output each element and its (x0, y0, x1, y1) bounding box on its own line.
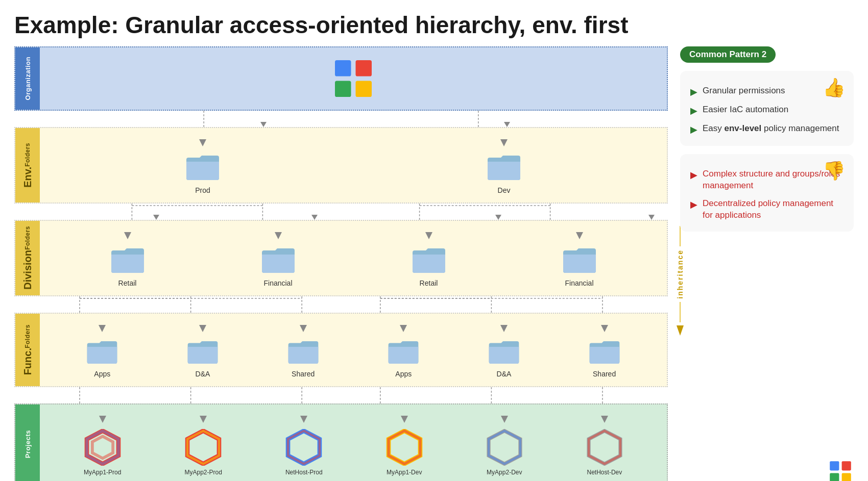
folder-financial-prod: Financial (260, 229, 297, 287)
svg-marker-23 (425, 232, 432, 239)
func-row-label-bottom: Func. (22, 348, 34, 375)
svg-marker-21 (124, 232, 131, 239)
folder-apps-dev-label: Apps (395, 370, 412, 378)
svg-marker-10 (500, 139, 508, 146)
project-myapp1-dev-label: MyApp1-Dev (387, 469, 422, 476)
folder-da-dev: D&A (487, 322, 521, 378)
svg-marker-24 (576, 232, 583, 239)
svg-marker-54 (300, 416, 307, 423)
org-row-label: Organization (24, 57, 32, 100)
pro-item-2: ▶ Easier IaC automation (690, 104, 843, 117)
org-row: Organization (14, 46, 668, 111)
svg-rect-3 (356, 81, 372, 97)
pro-item-1: ▶ Granular permissions (690, 85, 843, 98)
folder-dev-label: Dev (498, 186, 511, 194)
division-row-content: Retail Financial Retail (40, 221, 667, 295)
svg-marker-53 (187, 431, 219, 464)
folder-retail-prod: Retail (109, 229, 146, 287)
folder-dev: Dev (486, 136, 522, 194)
project-nethost-prod-label: NetHost-Prod (285, 469, 323, 476)
svg-marker-66 (677, 325, 684, 336)
env-row-content: Prod Dev (40, 128, 667, 202)
pattern-badge: Common Pattern 2 (680, 46, 776, 63)
svg-marker-22 (275, 232, 282, 239)
svg-marker-38 (400, 325, 407, 332)
folder-da-prod-label: D&A (196, 370, 210, 378)
env-row: Folders Env. (14, 127, 668, 204)
folder-retail-dev: Retail (411, 229, 447, 287)
cons-card: 👎 ▶ Complex structure and groups/roles m… (680, 154, 854, 232)
division-row-label-top: Folders (24, 226, 31, 250)
project-nethost-dev: NetHost-Dev (586, 413, 623, 476)
cons-list: ▶ Complex structure and groups/roles man… (690, 168, 843, 221)
svg-marker-35 (99, 325, 106, 332)
connector-org-env (14, 111, 668, 127)
folder-prod-label: Prod (195, 186, 210, 194)
svg-rect-2 (335, 81, 351, 97)
project-myapp1-prod-label: MyApp1-Prod (84, 469, 121, 476)
connector-func-proj (14, 387, 668, 403)
svg-marker-40 (601, 325, 608, 332)
division-row: Folders Division Retail Financial (14, 220, 668, 296)
folder-financial-prod-label: Financial (263, 279, 292, 287)
pro-arrow-3: ▶ (690, 123, 697, 136)
con-text-2: Decentralized policy management for appl… (703, 198, 843, 221)
inheritance-label: inheritance (676, 249, 684, 299)
sidebar: Common Pattern 2 👍 ▶ Granular permission… (680, 46, 854, 481)
folder-da-prod: D&A (186, 322, 220, 378)
svg-rect-1 (356, 60, 372, 77)
pro-text-3: Easy env-level policy management (703, 123, 839, 135)
division-row-label-bottom: Division (22, 250, 34, 290)
folder-financial-dev-label: Financial (565, 279, 593, 287)
project-myapp2-dev: MyApp2-Dev (486, 413, 523, 476)
folder-apps-prod: Apps (85, 322, 119, 378)
folder-shared-dev-label: Shared (593, 370, 616, 378)
svg-marker-60 (501, 416, 508, 423)
diagram-container: Organization (14, 46, 668, 481)
pros-card: 👍 ▶ Granular permissions ▶ Easier IaC au… (680, 71, 854, 146)
thumbs-up-icon: 👍 (823, 77, 846, 98)
svg-rect-67 (830, 461, 839, 470)
con-item-2: ▶ Decentralized policy management for ap… (690, 198, 843, 221)
svg-marker-19 (495, 215, 501, 220)
project-myapp2-dev-label: MyApp2-Dev (487, 469, 522, 476)
svg-marker-39 (500, 325, 508, 332)
google-logo-org (330, 56, 376, 102)
pro-item-3: ▶ Easy env-level policy management (690, 123, 843, 136)
folder-prod: Prod (184, 136, 221, 194)
svg-marker-56 (288, 431, 320, 464)
project-myapp2-prod: MyApp2-Prod (184, 413, 222, 476)
svg-marker-62 (489, 431, 520, 464)
projects-row-content: MyApp1-Prod MyApp2-Prod (40, 404, 667, 481)
svg-marker-36 (199, 325, 206, 332)
func-row-label-top: Folders (24, 324, 31, 348)
project-myapp1-prod: MyApp1-Prod (84, 413, 121, 476)
svg-rect-68 (842, 461, 851, 470)
folder-retail-prod-label: Retail (118, 279, 137, 287)
svg-marker-8 (504, 122, 510, 127)
connector-div-func (14, 296, 668, 313)
con-arrow-1: ▶ (690, 169, 697, 181)
pro-arrow-1: ▶ (690, 86, 697, 98)
func-row-content: Apps D&A Shared (40, 314, 667, 386)
svg-marker-17 (153, 215, 159, 220)
pro-arrow-2: ▶ (690, 105, 697, 117)
folder-shared-prod-label: Shared (292, 370, 315, 378)
google-logo-bottom (680, 459, 854, 481)
folder-shared-prod: Shared (286, 322, 320, 378)
page-title: Example: Granular access-oriented hierar… (14, 12, 854, 38)
pros-list: ▶ Granular permissions ▶ Easier IaC auto… (690, 85, 843, 136)
connector-env-div (14, 204, 668, 220)
svg-rect-70 (842, 473, 851, 481)
pro-text-1: Granular permissions (703, 85, 785, 97)
svg-marker-57 (401, 416, 408, 423)
svg-marker-65 (589, 431, 620, 464)
svg-marker-20 (648, 215, 655, 220)
thumbs-down-icon: 👎 (823, 160, 846, 182)
env-row-label-bottom: Env. (22, 167, 34, 188)
project-myapp1-dev: MyApp1-Dev (386, 413, 423, 476)
svg-marker-63 (601, 416, 608, 423)
func-row: Folders Func. Apps D&A (14, 313, 668, 387)
projects-row: Projects MyApp1-Prod (14, 403, 668, 481)
svg-marker-7 (260, 122, 267, 127)
